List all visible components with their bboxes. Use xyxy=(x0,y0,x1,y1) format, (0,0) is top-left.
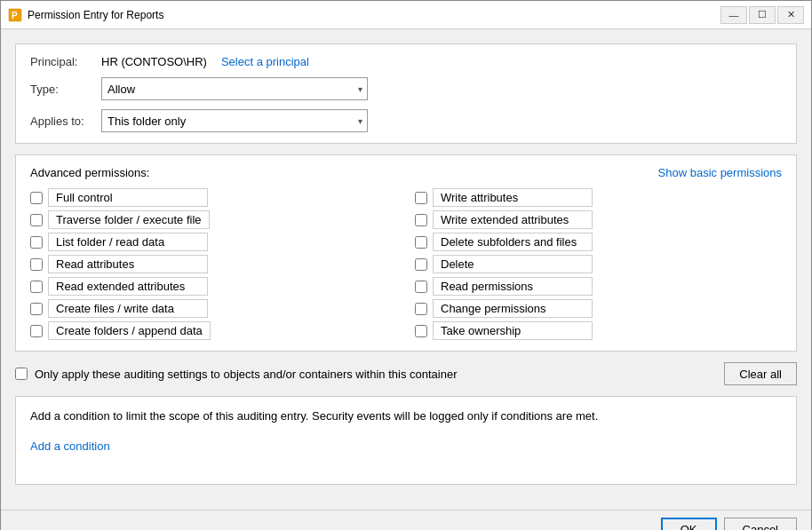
title-bar: P Permission Entry for Reports — ☐ ✕ xyxy=(1,1,811,29)
clear-all-button[interactable]: Clear all xyxy=(724,362,797,385)
show-basic-link[interactable]: Show basic permissions xyxy=(658,166,782,179)
only-apply-label: Only apply these auditing settings to ob… xyxy=(35,368,717,381)
applies-to-dropdown[interactable]: This folder only This folder, subfolders… xyxy=(101,109,368,132)
applies-to-row: Applies to: This folder only This folder… xyxy=(30,109,782,132)
maximize-button[interactable]: ☐ xyxy=(749,6,776,24)
cancel-button[interactable]: Cancel xyxy=(724,518,797,530)
perm-traverse-label: Traverse folder / execute file xyxy=(48,210,210,229)
dialog-footer: OK Cancel xyxy=(1,510,811,530)
only-apply-checkbox[interactable] xyxy=(15,368,28,380)
perm-full-control-checkbox[interactable] xyxy=(30,192,43,204)
perm-create-folders-checkbox[interactable] xyxy=(30,325,43,337)
dialog-window: P Permission Entry for Reports — ☐ ✕ Pri… xyxy=(0,0,812,530)
principal-label: Principal: xyxy=(30,55,101,68)
permissions-header: Advanced permissions: Show basic permiss… xyxy=(30,166,782,179)
permissions-left-col: Full control Traverse folder / execute f… xyxy=(30,188,397,340)
perm-take-ownership: Take ownership xyxy=(415,321,782,340)
perm-full-control-label: Full control xyxy=(48,188,208,207)
condition-description: Add a condition to limit the scope of th… xyxy=(30,407,782,425)
perm-create-files: Create files / write data xyxy=(30,299,397,318)
applies-to-label: Applies to: xyxy=(30,115,101,128)
principal-row: Principal: HR (CONTOSO\HR) Select a prin… xyxy=(30,55,782,68)
dialog-content: Principal: HR (CONTOSO\HR) Select a prin… xyxy=(1,29,811,510)
window-title: Permission Entry for Reports xyxy=(28,9,720,21)
perm-delete-checkbox[interactable] xyxy=(415,258,427,271)
type-dropdown-wrapper: Allow Deny ▾ xyxy=(101,77,368,100)
perm-write-ext-attrs-checkbox[interactable] xyxy=(415,214,427,226)
perm-read-attrs: Read attributes xyxy=(30,255,397,273)
perm-create-files-label: Create files / write data xyxy=(48,299,208,318)
perm-create-files-checkbox[interactable] xyxy=(30,303,43,315)
perm-delete: Delete xyxy=(415,255,782,273)
permissions-section: Advanced permissions: Show basic permiss… xyxy=(15,154,797,352)
perm-take-ownership-label: Take ownership xyxy=(433,321,593,340)
type-label: Type: xyxy=(30,83,101,96)
perm-write-attrs-checkbox[interactable] xyxy=(415,192,427,204)
perm-write-ext-attrs: Write extended attributes xyxy=(415,210,782,229)
only-apply-row: Only apply these auditing settings to ob… xyxy=(15,362,797,385)
perm-read-perms-checkbox[interactable] xyxy=(415,281,427,293)
perm-traverse-checkbox[interactable] xyxy=(30,214,43,226)
perm-take-ownership-checkbox[interactable] xyxy=(415,325,427,337)
ok-button[interactable]: OK xyxy=(661,518,717,530)
condition-section: Add a condition to limit the scope of th… xyxy=(15,396,797,485)
perm-write-attrs: Write attributes xyxy=(415,188,782,207)
perm-delete-subfolders-label: Delete subfolders and files xyxy=(433,233,593,251)
principal-value: HR (CONTOSO\HR) xyxy=(101,55,207,68)
perm-create-folders-label: Create folders / append data xyxy=(48,321,211,340)
perm-delete-subfolders-checkbox[interactable] xyxy=(415,236,427,249)
permissions-title: Advanced permissions: xyxy=(30,166,149,179)
applies-to-dropdown-wrapper: This folder only This folder, subfolders… xyxy=(101,109,368,132)
type-dropdown[interactable]: Allow Deny xyxy=(101,77,368,100)
perm-list-folder-checkbox[interactable] xyxy=(30,236,43,249)
add-condition-link[interactable]: Add a condition xyxy=(30,439,110,453)
perm-read-perms: Read permissions xyxy=(415,277,782,296)
perm-read-attrs-checkbox[interactable] xyxy=(30,258,43,271)
perm-traverse: Traverse folder / execute file xyxy=(30,210,397,229)
perm-read-perms-label: Read permissions xyxy=(433,277,593,296)
perm-list-folder: List folder / read data xyxy=(30,233,397,251)
perm-full-control: Full control xyxy=(30,188,397,207)
window-icon: P xyxy=(8,8,22,22)
header-section: Principal: HR (CONTOSO\HR) Select a prin… xyxy=(15,44,797,144)
perm-delete-label: Delete xyxy=(433,255,593,273)
permissions-right-col: Write attributes Write extended attribut… xyxy=(415,188,782,340)
svg-text:P: P xyxy=(12,11,18,20)
perm-write-ext-attrs-label: Write extended attributes xyxy=(433,210,593,229)
perm-delete-subfolders: Delete subfolders and files xyxy=(415,233,782,251)
perm-change-perms: Change permissions xyxy=(415,299,782,318)
perm-read-ext-attrs-checkbox[interactable] xyxy=(30,281,43,293)
perm-list-folder-label: List folder / read data xyxy=(48,233,208,251)
perm-change-perms-checkbox[interactable] xyxy=(415,303,427,315)
perm-change-perms-label: Change permissions xyxy=(433,299,593,318)
permissions-grid: Full control Traverse folder / execute f… xyxy=(30,188,782,340)
perm-create-folders: Create folders / append data xyxy=(30,321,397,340)
perm-read-ext-attrs: Read extended attributes xyxy=(30,277,397,296)
window-controls: — ☐ ✕ xyxy=(720,6,804,24)
select-principal-link[interactable]: Select a principal xyxy=(221,55,309,68)
minimize-button[interactable]: — xyxy=(720,6,747,24)
type-row: Type: Allow Deny ▾ xyxy=(30,77,782,100)
perm-read-attrs-label: Read attributes xyxy=(48,255,208,273)
perm-read-ext-attrs-label: Read extended attributes xyxy=(48,277,208,296)
perm-write-attrs-label: Write attributes xyxy=(433,188,593,207)
close-button[interactable]: ✕ xyxy=(777,6,804,24)
